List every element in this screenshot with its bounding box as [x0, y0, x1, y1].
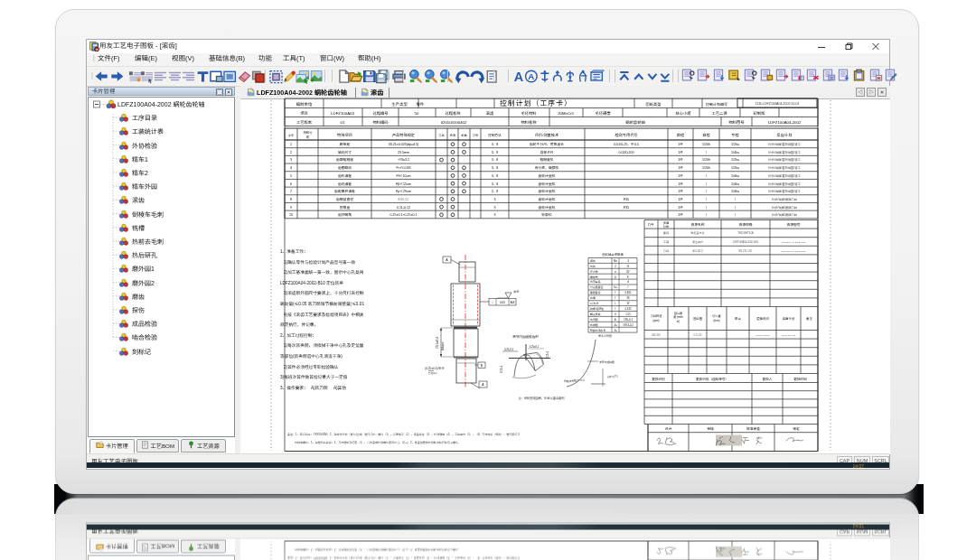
svg-text:1/20h: 1/20h — [702, 165, 710, 170]
svg-text:/: / — [706, 204, 707, 209]
svg-text:粗糙度仪: 粗糙度仪 — [540, 157, 553, 162]
svg-text:1件: 1件 — [678, 212, 683, 217]
svg-text:起始角7°1: 起始角7°1 — [607, 375, 618, 378]
svg-text:d: d — [627, 280, 629, 284]
svg-text:3、8: 3、8 — [492, 165, 499, 170]
svg-text:/: / — [706, 149, 707, 154]
svg-text:毛坯材料: 毛坯材料 — [521, 110, 537, 116]
svg-text:A: A — [528, 71, 534, 81]
svg-text:3: 3 — [494, 204, 496, 209]
svg-text:1件: 1件 — [678, 173, 683, 177]
svg-text:检验/调换/重新调整/返工: 检验/调换/重新调整/返工 — [768, 149, 801, 154]
svg-text:1/2ha: 1/2ha — [731, 157, 739, 162]
svg-text:1件: 1件 — [678, 181, 683, 185]
svg-text:(rpm): (rpm) — [652, 318, 659, 322]
svg-text:跨棒距: 跨棒距 — [340, 142, 351, 146]
svg-text:0.25±1: 0.25±1 — [546, 350, 549, 359]
svg-text:F35: F35 — [624, 204, 629, 209]
svg-text:/: / — [706, 189, 707, 193]
svg-text:1/4ha: 1/4ha — [731, 173, 739, 177]
svg-text:齿轮计量仪: 齿轮计量仪 — [539, 204, 556, 209]
svg-text:LDFZ100A04-2002: LDFZ100A04-2002 — [768, 119, 802, 125]
svg-text:0.861: 0.861 — [625, 291, 632, 294]
svg-text:编制单位: 编制单位 — [296, 101, 313, 107]
svg-text:3、操作要求： A)装刀前 A)其他: 3、操作要求： A)装刀前 A)其他 — [280, 384, 346, 389]
svg-text:更换时间: 更换时间 — [793, 376, 807, 380]
svg-text:挖根量: 挖根量 — [340, 204, 351, 209]
svg-text:/: / — [735, 212, 736, 217]
svg-text:23.5mm: 23.5mm — [398, 149, 409, 154]
svg-text:齿轮计量仪: 齿轮计量仪 — [539, 181, 556, 185]
svg-text:度 (m/m: 度 (m/m — [673, 315, 683, 319]
svg-text:2、加工过程控制：: 2、加工过程控制： — [280, 331, 316, 337]
svg-text:/: / — [735, 196, 736, 201]
svg-text:Fr≤0.033: Fr≤0.033 — [397, 165, 411, 170]
svg-text:轴向尺寸: 轴向尺寸 — [338, 149, 352, 154]
svg-text:核心小组: 核心小组 — [675, 110, 691, 116]
svg-text:1/2ha: 1/2ha — [731, 142, 739, 146]
svg-text:毛坯硬度: 毛坯硬度 — [595, 110, 611, 116]
svg-text:齿轮计量仪: 齿轮计量仪 — [539, 189, 556, 193]
svg-text:9: 9 — [290, 204, 292, 209]
svg-text:刀号: 刀号 — [648, 221, 654, 226]
svg-text:模数: 模数 — [590, 258, 596, 262]
svg-text:1/4ha: 1/4ha — [731, 181, 739, 185]
svg-text:M值齿顶向 4t: M值齿顶向 4t — [590, 328, 605, 331]
svg-text:更换识别: 更换识别 — [652, 376, 665, 380]
svg-text:2: 2 — [290, 149, 292, 154]
svg-text:齿根圆直径: 齿根圆直径 — [336, 196, 353, 201]
svg-text:齿轮计量仪: 齿轮计量仪 — [539, 196, 556, 201]
svg-text:审核: 审核 — [707, 426, 714, 431]
svg-text:1)确认零件与检验计划产品型号第一致: 1)确认零件与检验计划产品型号第一致 — [284, 258, 355, 264]
svg-text:检验/调换/更换刀具: 检验/调换/更换刀具 — [772, 204, 798, 209]
svg-text:控制计划编号: 控制计划编号 — [706, 100, 727, 106]
svg-text:4a: 4a — [614, 328, 617, 331]
svg-text:0.25-0.1: 0.25-0.1 — [504, 347, 513, 350]
svg-text:1、准备工作：: 1、准备工作： — [280, 248, 308, 254]
svg-text:M2 Z11 ×20°: M2 Z11 ×20° — [739, 248, 753, 252]
svg-text:0.02/0-200: 0.02/0-200 — [618, 149, 633, 154]
svg-text:资源图号: 资源图号 — [786, 221, 800, 226]
svg-text:ha: ha — [614, 285, 617, 289]
svg-text:滚齿: 滚齿 — [513, 289, 520, 294]
svg-text:物料图号: 物料图号 — [728, 119, 744, 125]
svg-text:12Jk.LDFZ100A04-2002.50.01: 12Jk.LDFZ100A04-2002.50.01 — [755, 101, 799, 106]
svg-text:量具: 量具 — [663, 230, 670, 235]
svg-text:规定执行，并记录。: 规定执行，并记录。 — [280, 322, 318, 327]
svg-text:检测: 检测 — [450, 132, 455, 136]
svg-text:2)加工基准面统一第一致，图示中心孔处用: 2)加工基准面统一第一致，图示中心孔处用 — [284, 269, 364, 275]
svg-text:基圆直径: 基圆直径 — [590, 291, 601, 294]
svg-text:1件: 1件 — [678, 157, 683, 162]
svg-text:A-B: A-B — [511, 301, 515, 304]
svg-text:切入量: 切入量 — [712, 313, 721, 317]
svg-text:f: f — [615, 291, 616, 294]
svg-text:10: 10 — [289, 212, 293, 217]
svg-text:齿面粗糙度: 齿面粗糙度 — [336, 157, 353, 162]
svg-text:资源规格: 资源规格 — [738, 221, 752, 226]
svg-text:020104100402: 020104100402 — [441, 119, 467, 125]
svg-text:/: / — [706, 212, 707, 217]
svg-text:齿顶倒角: 齿顶倒角 — [338, 212, 352, 217]
svg-text:Z: Z — [615, 264, 616, 267]
svg-text:11: 11 — [627, 264, 630, 267]
svg-text:跳动量(≤0.05 装刀前调节横向调整量(≤0.01: 跳动量(≤0.05 装刀前调节横向调整量(≤0.01 — [280, 301, 364, 306]
svg-text:in): in) — [677, 319, 680, 322]
svg-text:3: 3 — [627, 258, 629, 262]
svg-text:特殊项目: 特殊项目 — [337, 131, 352, 136]
svg-text:工装: 工装 — [663, 239, 670, 244]
svg-text:3、8: 3、8 — [492, 173, 499, 177]
svg-text:备注：1、滚齿机床：YKX3132M；2、系统作业前（进入/: 备注：1、滚齿机床：YKX3132M；2、系统作业前（进入/区域）进行点检：确认… — [287, 432, 520, 435]
svg-text:检验/调换/重新调整/返工: 检验/调换/重新调整/返工 — [768, 181, 801, 185]
svg-text:1件: 1件 — [678, 196, 683, 201]
svg-text:审定: 审定 — [793, 426, 800, 431]
svg-text:1.25: 1.25 — [625, 312, 631, 315]
svg-text:倒棱修形R2: 倒棱修形R2 — [564, 378, 577, 382]
svg-text:序号: 序号 — [288, 133, 294, 136]
svg-text:齿顶圆: 齿顶圆 — [590, 317, 598, 321]
svg-text:检验/调换/重新调整/返工: 检验/调换/重新调整/返工 — [768, 142, 801, 146]
svg-text:4: 4 — [290, 165, 292, 170]
svg-text:物料编码: 物料编码 — [372, 119, 389, 125]
svg-text:1/20h: 1/20h — [702, 142, 710, 146]
svg-text:联合: 联合 — [735, 315, 741, 320]
svg-text:刀具转速: 刀具转速 — [651, 313, 663, 317]
